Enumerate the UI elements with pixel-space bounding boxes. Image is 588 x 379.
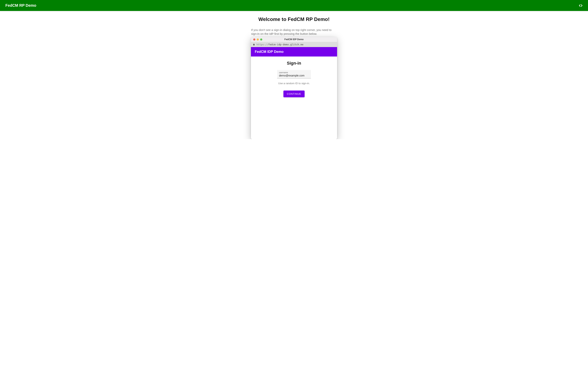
window-titlebar: FedCM IDP Demo <box>251 37 337 42</box>
username-input[interactable] <box>279 74 309 77</box>
idp-content: Sign-in username Use a random ID to sign… <box>251 57 337 139</box>
url-proto: https:// <box>257 43 268 46</box>
app-header: FedCM RP Demo <box>0 0 588 11</box>
url-host: fedcm-idp-demo.glitch.me <box>268 43 303 46</box>
minimize-window-icon[interactable] <box>257 38 259 41</box>
username-label: username <box>279 71 309 74</box>
main-content: Welcome to FedCM RP Demo! If you don't s… <box>202 11 386 139</box>
idp-popup-window: FedCM IDP Demo https://fedcm-idp-demo.gl… <box>251 37 337 139</box>
traffic-lights <box>251 38 262 41</box>
idp-header: FedCM IDP Demo <box>251 47 337 57</box>
signin-title: Sign-in <box>287 61 301 66</box>
instruction-text: If you don't see a sign-in dialog on top… <box>251 28 337 36</box>
maximize-window-icon[interactable] <box>260 38 262 41</box>
close-window-icon[interactable] <box>253 38 255 41</box>
page-title: Welcome to FedCM RP Demo! <box>202 16 386 22</box>
code-icon[interactable] <box>579 4 583 7</box>
username-field[interactable]: username <box>277 70 311 79</box>
lock-icon <box>253 43 255 46</box>
address-bar: https://fedcm-idp-demo.glitch.me <box>251 42 337 47</box>
continue-button[interactable]: CONTINUE <box>283 91 305 97</box>
address-url: https://fedcm-idp-demo.glitch.me <box>257 43 303 46</box>
window-title: FedCM IDP Demo <box>251 38 337 41</box>
app-title: FedCM RP Demo <box>5 3 36 8</box>
helper-text: Use a random ID to sign-in. <box>278 82 310 85</box>
